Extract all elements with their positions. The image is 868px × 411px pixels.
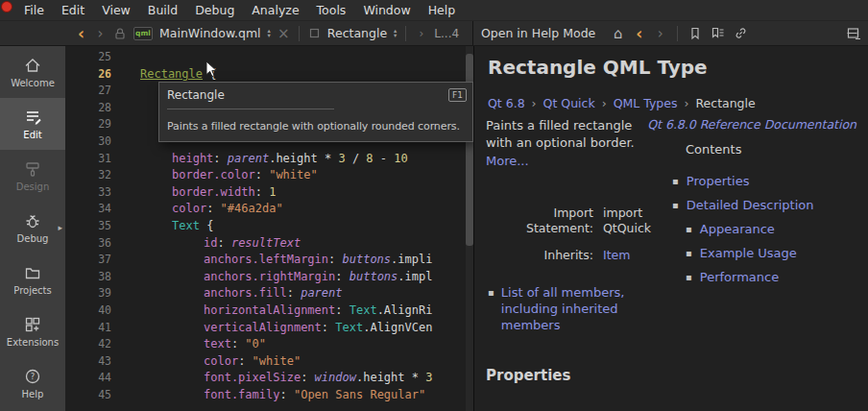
line-number[interactable]: 30 [65,133,125,151]
code-line-37[interactable]: 37anchors.leftMargin: buttons.impli [65,252,473,269]
menu-help[interactable]: Help [420,3,465,17]
code-line-32[interactable]: 32border.color: "white" [65,167,473,184]
symbol-selector-spinner[interactable]: ▴ ▾ [394,29,397,38]
code-text: verticalAlignment: Text.AlignVCen [125,320,473,337]
overflow-chevron-icon[interactable]: › [415,24,427,43]
help-back-icon[interactable]: ‹ [633,24,645,43]
code-line-35[interactable]: 35Text { [65,218,473,235]
code-line-44[interactable]: 44font.pixelSize: window.height * 3 [65,370,473,387]
menu-debug[interactable]: Debug [186,3,243,17]
sidebar-item-projects[interactable]: Projects [0,254,65,305]
sidebar-item-design: Design [0,150,65,202]
extensions-icon [23,315,42,334]
split-editor-icon[interactable] [846,24,860,43]
code-line-43[interactable]: 43color: "white" [65,353,473,371]
bookmarks-list-icon[interactable] [711,24,725,43]
menu-tools[interactable]: Tools [308,3,355,17]
close-document-icon[interactable]: × [277,24,290,43]
open-in-help-mode-button[interactable]: Open in Help Mode [481,26,595,40]
debug-icon [23,211,42,230]
help-icon: ? [23,367,42,386]
contents-link-detailed-description[interactable]: Detailed Description [687,198,814,212]
code-line-39[interactable]: 39anchors.fill: parent [65,285,473,302]
line-number[interactable]: 36 [65,235,125,253]
line-number[interactable]: 31 [65,151,125,168]
symbol-selector[interactable]: Rectangle [327,26,387,40]
help-panel: Rectangle QML Type Qt 6.8›Qt Quick›QML T… [473,46,868,411]
contents-link-example-usage[interactable]: Example Usage [700,246,797,260]
breadcrumb-separator-icon: › [602,96,607,110]
breadcrumb-qt-quick[interactable]: Qt Quick [543,96,595,110]
line-number[interactable]: 42 [65,336,125,353]
line-number[interactable]: 39 [65,285,125,302]
line-number[interactable]: 28 [65,100,125,117]
contents-link-performance[interactable]: Performance [700,270,779,284]
back-icon[interactable]: ‹ [75,24,87,43]
list-of-all-members-link[interactable]: List of all members, including inherited… [501,284,649,333]
line-number[interactable]: 44 [65,370,125,387]
breadcrumb-qt-6-8[interactable]: Qt 6.8 [488,96,525,110]
menu-file[interactable]: File [15,3,53,17]
line-number[interactable]: 45 [65,387,125,404]
line-number[interactable]: 27 [65,83,125,100]
menu-window[interactable]: Window [354,3,419,17]
sidebar-item-debug[interactable]: Debug▸ [0,202,65,254]
menu-build[interactable]: Build [139,3,186,17]
code-line-25[interactable]: 25 [65,49,473,66]
line-number[interactable]: 41 [65,320,125,337]
svg-text:?: ? [31,372,36,381]
menu-analyze[interactable]: Analyze [243,3,307,17]
more-link[interactable]: More... [486,153,529,170]
help-forward-icon[interactable]: › [654,24,666,43]
code-line-38[interactable]: 38anchors.rightMargin: buttons.impl [65,269,473,286]
line-number[interactable]: 34 [65,201,125,218]
breadcrumb-qml-types[interactable]: QML Types [614,96,678,110]
menu-edit[interactable]: Edit [53,3,93,17]
toolbar-separator [299,26,300,41]
open-document-selector[interactable]: MainWindow.qml [159,26,261,40]
menu-view[interactable]: View [93,3,139,17]
document-selector-spinner[interactable]: ▴ ▾ [268,29,271,38]
line-number[interactable]: 32 [65,167,125,184]
code-line-42[interactable]: 42text: "0" [65,336,473,353]
line-number[interactable]: 43 [65,353,125,371]
sidebar-item-edit[interactable]: Edit [0,98,65,150]
tooltip-description: Paints a filled rectangle with optionall… [167,120,465,133]
code-line-41[interactable]: 41verticalAlignment: Text.AlignVCen [65,320,473,337]
code-line-40[interactable]: 40horizontalAlignment: Text.AlignRi [65,302,473,320]
link-icon[interactable] [734,24,748,43]
code-text: height: parent.height * 3 / 8 - 10 [125,151,473,168]
line-number[interactable]: 29 [65,116,125,133]
code-editor[interactable]: 2526Rectangle {2728293031height: parent.… [65,46,473,411]
debug-expander-icon[interactable]: ▸ [58,223,62,232]
code-line-36[interactable]: 36id: resultText [65,235,473,253]
contents-link-appearance[interactable]: Appearance [700,222,775,236]
sidebar-item-extensions[interactable]: Extensions [0,305,65,357]
edit-icon [23,108,42,127]
line-number[interactable]: 38 [65,269,125,286]
help-toolbar: Open in Help Mode ⌂ ‹ › [473,21,868,45]
code-line-31[interactable]: 31height: parent.height * 3 / 8 - 10 [65,151,473,168]
line-number[interactable]: 25 [65,49,125,66]
bullet-icon: ▪ [488,284,494,333]
code-line-26[interactable]: 26Rectangle { [65,66,473,84]
import-statement-value: import QtQuick [603,206,659,236]
contents-link-properties[interactable]: Properties [687,174,750,188]
sidebar-item-help[interactable]: ?Help [0,357,65,409]
line-number[interactable]: 26 [65,66,125,84]
line-number[interactable]: 35 [65,218,125,235]
line-number[interactable]: 37 [65,252,125,269]
forward-icon[interactable]: › [94,24,107,43]
home-icon[interactable]: ⌂ [612,24,624,43]
code-line-33[interactable]: 33border.width: 1 [65,184,473,202]
sidebar-item-welcome[interactable]: Welcome [0,46,65,98]
line-number[interactable]: 40 [65,302,125,320]
editor-toolbar: ‹ › qml MainWindow.qml ▴ ▾ × Rectangle [0,21,473,45]
inherits-item-link[interactable]: Item [603,248,659,263]
code-line-45[interactable]: 45font.family: "Open Sans Regular" [65,387,473,404]
toolbar-separator [677,26,678,41]
code-line-34[interactable]: 34color: "#46a2da" [65,201,473,218]
reference-documentation-link[interactable]: Qt 6.8.0 Reference Documentation [647,117,856,132]
bookmark-icon[interactable] [688,24,702,43]
line-number[interactable]: 33 [65,184,125,202]
